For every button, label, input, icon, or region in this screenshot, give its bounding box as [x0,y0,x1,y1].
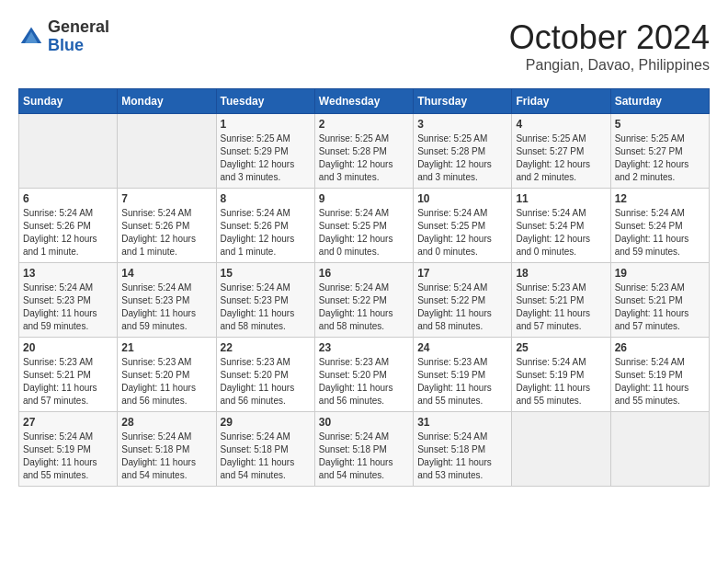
day-cell: 6Sunrise: 5:24 AMSunset: 5:26 PMDaylight… [19,189,118,263]
day-number: 25 [516,341,606,354]
day-cell: 4Sunrise: 5:25 AMSunset: 5:27 PMDaylight… [512,114,610,189]
weekday-header-thursday: Thursday [414,89,512,114]
day-detail: Sunrise: 5:24 AMSunset: 5:26 PMDaylight:… [221,207,311,259]
day-detail: Sunrise: 5:24 AMSunset: 5:18 PMDaylight:… [121,431,211,482]
weekday-header-row: SundayMondayTuesdayWednesdayThursdayFrid… [19,89,710,114]
week-row-5: 27Sunrise: 5:24 AMSunset: 5:19 PMDayligh… [19,412,710,487]
day-number: 20 [23,341,113,354]
day-detail: Sunrise: 5:23 AMSunset: 5:20 PMDaylight:… [221,356,311,408]
day-detail: Sunrise: 5:24 AMSunset: 5:18 PMDaylight:… [417,431,507,482]
day-number: 6 [23,192,113,205]
day-cell: 17Sunrise: 5:24 AMSunset: 5:22 PMDayligh… [414,263,512,338]
day-detail: Sunrise: 5:23 AMSunset: 5:20 PMDaylight:… [319,356,409,408]
day-detail: Sunrise: 5:25 AMSunset: 5:28 PMDaylight:… [417,132,507,184]
day-detail: Sunrise: 5:24 AMSunset: 5:18 PMDaylight:… [319,431,409,482]
day-cell: 28Sunrise: 5:24 AMSunset: 5:18 PMDayligh… [118,412,216,487]
weekday-header-saturday: Saturday [610,89,709,114]
day-cell: 12Sunrise: 5:24 AMSunset: 5:24 PMDayligh… [610,189,709,263]
day-cell [118,114,216,189]
logo: General Blue [18,18,109,55]
day-detail: Sunrise: 5:24 AMSunset: 5:19 PMDaylight:… [23,431,113,482]
day-cell: 13Sunrise: 5:24 AMSunset: 5:23 PMDayligh… [19,263,118,338]
day-cell: 24Sunrise: 5:23 AMSunset: 5:19 PMDayligh… [414,338,512,412]
day-number: 9 [319,192,409,205]
day-detail: Sunrise: 5:24 AMSunset: 5:24 PMDaylight:… [615,207,705,259]
day-detail: Sunrise: 5:25 AMSunset: 5:27 PMDaylight:… [516,132,606,184]
day-number: 13 [23,267,113,280]
weekday-header-monday: Monday [118,89,216,114]
day-detail: Sunrise: 5:24 AMSunset: 5:22 PMDaylight:… [319,282,409,333]
day-number: 22 [221,341,311,354]
day-number: 31 [417,416,507,429]
day-detail: Sunrise: 5:23 AMSunset: 5:19 PMDaylight:… [417,356,507,408]
day-cell: 25Sunrise: 5:24 AMSunset: 5:19 PMDayligh… [512,338,610,412]
day-detail: Sunrise: 5:24 AMSunset: 5:23 PMDaylight:… [23,282,113,333]
header: General Blue October 2024 Pangian, Davao… [18,18,710,74]
day-detail: Sunrise: 5:23 AMSunset: 5:21 PMDaylight:… [23,356,113,408]
day-number: 4 [516,118,606,131]
day-detail: Sunrise: 5:23 AMSunset: 5:21 PMDaylight:… [615,282,705,333]
week-row-4: 20Sunrise: 5:23 AMSunset: 5:21 PMDayligh… [19,338,710,412]
day-cell: 21Sunrise: 5:23 AMSunset: 5:20 PMDayligh… [118,338,216,412]
day-cell: 9Sunrise: 5:24 AMSunset: 5:25 PMDaylight… [314,189,413,263]
day-number: 2 [319,118,409,131]
day-cell [512,412,610,487]
day-number: 27 [23,416,113,429]
day-detail: Sunrise: 5:24 AMSunset: 5:22 PMDaylight:… [417,282,507,333]
day-number: 1 [221,118,311,131]
week-row-2: 6Sunrise: 5:24 AMSunset: 5:26 PMDaylight… [19,189,710,263]
day-cell: 22Sunrise: 5:23 AMSunset: 5:20 PMDayligh… [216,338,314,412]
day-number: 29 [221,416,311,429]
day-number: 12 [615,192,705,205]
day-cell: 8Sunrise: 5:24 AMSunset: 5:26 PMDaylight… [216,189,314,263]
day-cell: 19Sunrise: 5:23 AMSunset: 5:21 PMDayligh… [610,263,709,338]
day-cell: 30Sunrise: 5:24 AMSunset: 5:18 PMDayligh… [314,412,413,487]
day-number: 17 [417,267,507,280]
day-number: 19 [615,267,705,280]
day-number: 24 [417,341,507,354]
day-detail: Sunrise: 5:24 AMSunset: 5:23 PMDaylight:… [221,282,311,333]
day-number: 11 [516,192,606,205]
day-detail: Sunrise: 5:24 AMSunset: 5:26 PMDaylight:… [23,207,113,259]
day-detail: Sunrise: 5:25 AMSunset: 5:28 PMDaylight:… [319,132,409,184]
day-detail: Sunrise: 5:25 AMSunset: 5:29 PMDaylight:… [221,132,311,184]
day-number: 28 [121,416,211,429]
day-number: 7 [121,192,211,205]
day-detail: Sunrise: 5:24 AMSunset: 5:25 PMDaylight:… [417,207,507,259]
logo-icon [18,24,44,50]
day-cell: 11Sunrise: 5:24 AMSunset: 5:24 PMDayligh… [512,189,610,263]
weekday-header-friday: Friday [512,89,610,114]
day-number: 14 [121,267,211,280]
day-cell: 3Sunrise: 5:25 AMSunset: 5:28 PMDaylight… [414,114,512,189]
day-cell: 26Sunrise: 5:24 AMSunset: 5:19 PMDayligh… [610,338,709,412]
day-detail: Sunrise: 5:24 AMSunset: 5:23 PMDaylight:… [121,282,211,333]
day-cell: 23Sunrise: 5:23 AMSunset: 5:20 PMDayligh… [314,338,413,412]
week-row-3: 13Sunrise: 5:24 AMSunset: 5:23 PMDayligh… [19,263,710,338]
day-detail: Sunrise: 5:24 AMSunset: 5:24 PMDaylight:… [516,207,606,259]
day-detail: Sunrise: 5:23 AMSunset: 5:20 PMDaylight:… [121,356,211,408]
day-cell: 5Sunrise: 5:25 AMSunset: 5:27 PMDaylight… [610,114,709,189]
day-number: 5 [615,118,705,131]
month-title: October 2024 [509,18,710,57]
day-cell: 10Sunrise: 5:24 AMSunset: 5:25 PMDayligh… [414,189,512,263]
day-cell: 29Sunrise: 5:24 AMSunset: 5:18 PMDayligh… [216,412,314,487]
day-detail: Sunrise: 5:23 AMSunset: 5:21 PMDaylight:… [516,282,606,333]
day-cell: 16Sunrise: 5:24 AMSunset: 5:22 PMDayligh… [314,263,413,338]
day-cell: 20Sunrise: 5:23 AMSunset: 5:21 PMDayligh… [19,338,118,412]
location-title: Pangian, Davao, Philippines [509,57,710,74]
week-row-1: 1Sunrise: 5:25 AMSunset: 5:29 PMDaylight… [19,114,710,189]
day-number: 15 [221,267,311,280]
weekday-header-sunday: Sunday [19,89,118,114]
calendar-table: SundayMondayTuesdayWednesdayThursdayFrid… [18,88,710,487]
day-cell [19,114,118,189]
day-detail: Sunrise: 5:25 AMSunset: 5:27 PMDaylight:… [615,132,705,184]
day-number: 10 [417,192,507,205]
day-detail: Sunrise: 5:24 AMSunset: 5:19 PMDaylight:… [516,356,606,408]
day-detail: Sunrise: 5:24 AMSunset: 5:25 PMDaylight:… [319,207,409,259]
day-detail: Sunrise: 5:24 AMSunset: 5:19 PMDaylight:… [615,356,705,408]
day-number: 30 [319,416,409,429]
weekday-header-wednesday: Wednesday [314,89,413,114]
day-cell [610,412,709,487]
day-detail: Sunrise: 5:24 AMSunset: 5:18 PMDaylight:… [221,431,311,482]
day-number: 16 [319,267,409,280]
